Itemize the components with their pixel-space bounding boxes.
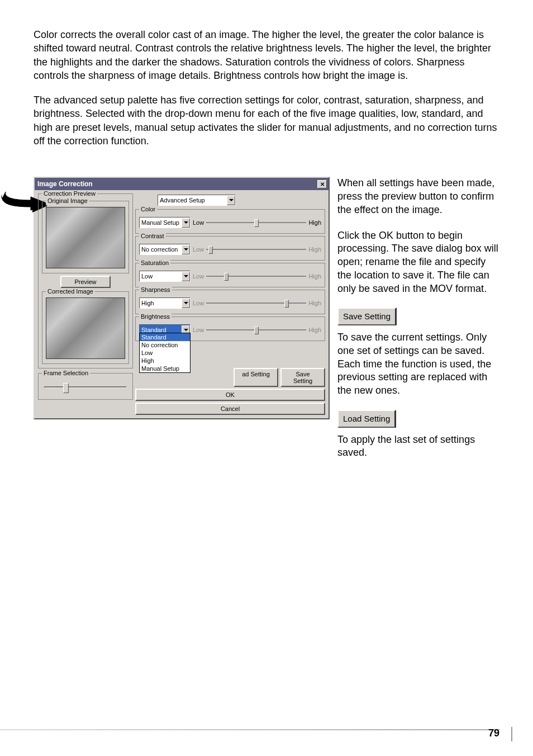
- color-combo-value: Manual Setup: [141, 219, 179, 226]
- color-slider[interactable]: [206, 217, 306, 228]
- saturation-low-label: Low: [193, 273, 204, 280]
- close-button[interactable]: ✕: [317, 180, 327, 188]
- original-image-preview: [46, 207, 125, 268]
- saturation-slider: [206, 271, 306, 282]
- footer-tick: [511, 727, 512, 741]
- contrast-combo-value: No correction: [141, 246, 178, 253]
- save-setting-illustration: Save Setting: [337, 308, 397, 325]
- contrast-slider: [206, 244, 306, 255]
- saturation-legend: Saturation: [139, 259, 170, 266]
- color-high-label: High: [308, 219, 321, 226]
- correction-preview-legend: Correction Preview: [42, 190, 97, 197]
- side-text-3: To save the current settings. Only one s…: [337, 331, 499, 398]
- body-paragraph-1: Color corrects the overall color cast of…: [34, 28, 499, 82]
- saturation-combo-value: Low: [141, 273, 153, 280]
- contrast-high-label: High: [308, 246, 321, 253]
- frame-selection-slider[interactable]: [42, 381, 129, 395]
- load-setting-button[interactable]: ad Setting: [234, 368, 278, 387]
- sharpness-low-label: Low: [193, 300, 204, 306]
- original-image-legend: Original Image: [46, 197, 89, 204]
- brightness-dropdown[interactable]: Standard No correction Low High Manual S…: [139, 333, 191, 373]
- preview-button[interactable]: Preview: [60, 276, 111, 288]
- sharpness-legend: Sharpness: [139, 286, 172, 293]
- brightness-option[interactable]: No correction: [140, 341, 190, 349]
- image-correction-dialog: Image Correction ✕ Correction Preview Or…: [34, 177, 330, 419]
- chevron-down-icon: [182, 245, 190, 254]
- brightness-slider: [206, 324, 306, 336]
- ok-button[interactable]: OK: [135, 389, 325, 401]
- sharpness-combo[interactable]: High: [139, 297, 191, 309]
- setup-mode-value: Advanced Setup: [160, 197, 205, 204]
- brightness-option[interactable]: Low: [140, 349, 190, 357]
- chevron-down-icon: [227, 196, 235, 205]
- frame-selection-legend: Frame Selection: [42, 370, 90, 376]
- brightness-option[interactable]: Manual Setup: [140, 365, 190, 372]
- brightness-option[interactable]: Standard: [140, 333, 190, 341]
- close-icon: ✕: [320, 181, 325, 187]
- dialog-titlebar[interactable]: Image Correction ✕: [35, 178, 329, 190]
- chevron-down-icon: [182, 272, 190, 281]
- dialog-title: Image Correction: [37, 180, 93, 188]
- footer-rule: [0, 729, 499, 730]
- side-text-4: To apply the last set of settings saved.: [337, 433, 499, 460]
- brightness-legend: Brightness: [139, 313, 172, 320]
- color-low-label: Low: [193, 219, 204, 226]
- body-paragraph-2: The advanced setup palette has five corr…: [34, 93, 499, 148]
- side-text-2: Click the OK button to begin processing.…: [337, 229, 499, 296]
- page-number: 79: [488, 727, 499, 739]
- chevron-down-icon: [182, 218, 190, 228]
- saturation-combo[interactable]: Low: [139, 271, 191, 282]
- chevron-down-icon: [182, 299, 190, 308]
- save-setting-button[interactable]: Save Setting: [280, 368, 325, 387]
- contrast-low-label: Low: [193, 246, 204, 253]
- load-setting-illustration: Load Setting: [337, 410, 396, 428]
- saturation-high-label: High: [308, 273, 321, 280]
- brightness-low-label: Low: [193, 327, 204, 333]
- sharpness-high-label: High: [308, 300, 321, 306]
- sharpness-slider: [206, 297, 306, 309]
- side-text-1: When all settings have been made, press …: [337, 177, 499, 216]
- brightness-high-label: High: [308, 327, 321, 333]
- corrected-image-preview: [46, 297, 125, 359]
- setup-mode-combo[interactable]: Advanced Setup: [158, 195, 236, 206]
- contrast-combo[interactable]: No correction: [139, 244, 191, 255]
- brightness-option[interactable]: High: [140, 357, 190, 365]
- color-combo[interactable]: Manual Setup: [139, 217, 191, 228]
- color-legend: Color: [139, 206, 157, 212]
- cancel-button[interactable]: Cancel: [135, 403, 325, 415]
- sharpness-combo-value: High: [141, 300, 154, 306]
- corrected-image-legend: Corrected Image: [46, 288, 95, 295]
- contrast-legend: Contrast: [139, 233, 166, 239]
